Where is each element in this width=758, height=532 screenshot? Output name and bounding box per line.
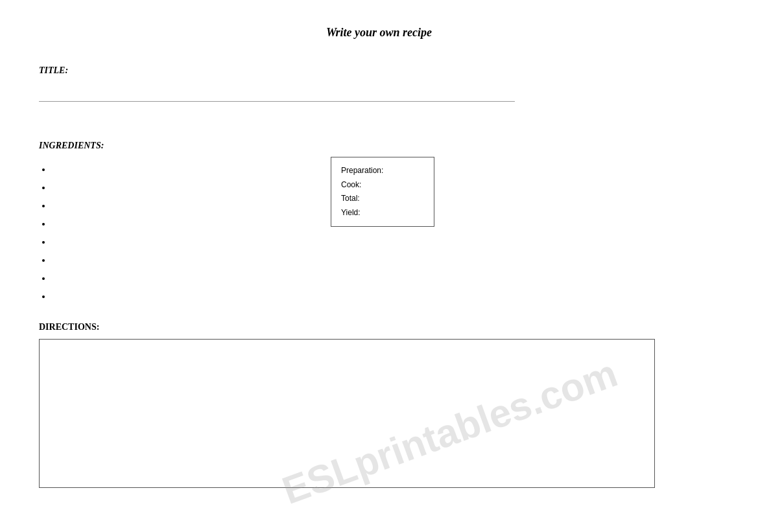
ingredient-item-3[interactable] [52, 200, 298, 212]
yield-row[interactable]: Yield: [341, 206, 424, 220]
ingredients-label: INGREDIENTS: [39, 141, 719, 151]
yield-label: Yield: [341, 208, 361, 217]
ingredients-section: INGREDIENTS: Preparation: Cook: To [39, 141, 719, 309]
directions-section: DIRECTIONS: [39, 322, 719, 488]
ingredient-item-5[interactable] [52, 237, 298, 248]
cook-label: Cook: [341, 180, 361, 189]
cook-row[interactable]: Cook: [341, 178, 424, 192]
total-label: Total: [341, 194, 360, 203]
directions-box[interactable] [39, 339, 655, 488]
ingredient-item-8[interactable] [52, 291, 298, 303]
title-section: TITLE: [39, 65, 719, 102]
total-row[interactable]: Total: [341, 192, 424, 206]
title-input-line[interactable] [39, 89, 515, 102]
ingredients-list [39, 164, 298, 309]
timing-box: Preparation: Cook: Total: Yield: [331, 157, 434, 227]
page-title: Write your own recipe [326, 26, 432, 39]
preparation-label: Preparation: [341, 166, 383, 175]
page-container: Write your own recipe TITLE: INGREDIENTS… [0, 0, 758, 532]
ingredient-item-7[interactable] [52, 273, 298, 284]
page-title-section: Write your own recipe [39, 26, 719, 40]
directions-label: DIRECTIONS: [39, 322, 719, 332]
ingredient-item-4[interactable] [52, 218, 298, 230]
ingredient-item-1[interactable] [52, 164, 298, 176]
ingredient-item-6[interactable] [52, 255, 298, 266]
title-label: TITLE: [39, 65, 719, 76]
preparation-row[interactable]: Preparation: [341, 164, 424, 178]
ingredient-item-2[interactable] [52, 182, 298, 194]
